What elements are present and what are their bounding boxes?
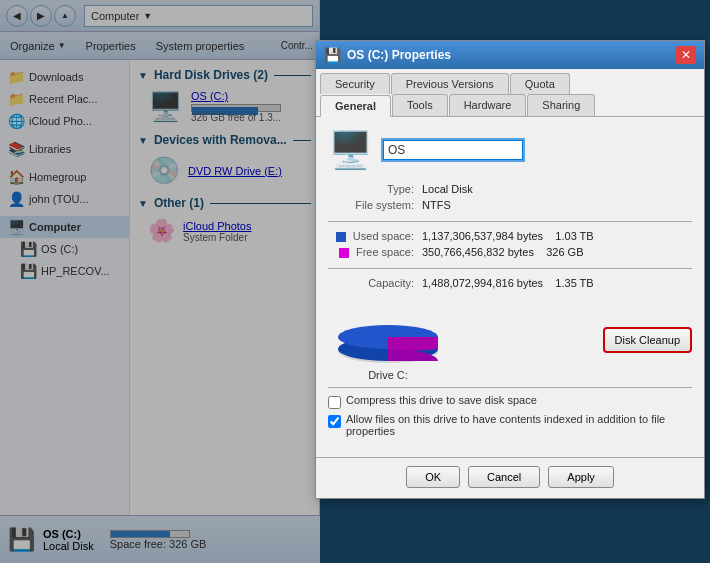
divider-2 <box>328 268 692 269</box>
free-label: Free space: <box>328 244 418 260</box>
divider-1 <box>328 221 692 222</box>
tab-sharing[interactable]: Sharing <box>527 94 595 116</box>
fs-value: NTFS <box>418 197 692 213</box>
pie-area: Drive C: <box>328 299 448 381</box>
tab-general[interactable]: General <box>320 95 391 117</box>
capacity-label: Capacity: <box>328 275 418 291</box>
type-label: Type: <box>328 181 418 197</box>
capacity-bytes: 1,488,072,994,816 bytes 1.35 TB <box>418 275 692 291</box>
dialog-title-area: 💾 OS (C:) Properties <box>324 47 451 63</box>
type-row: Type: Local Disk <box>328 181 692 197</box>
tab-security[interactable]: Security <box>320 73 390 94</box>
dialog-drive-icon: 🖥️ <box>328 129 373 171</box>
compress-checkbox[interactable] <box>328 396 341 409</box>
dialog-body: 🖥️ Type: Local Disk File system: NTFS Us… <box>316 117 704 453</box>
tab-tools[interactable]: Tools <box>392 94 448 116</box>
apply-button[interactable]: Apply <box>548 466 614 488</box>
compress-label: Compress this drive to save disk space <box>346 394 537 406</box>
used-dot <box>336 232 346 242</box>
dialog-title-icon: 💾 <box>324 47 341 63</box>
space-table: Used space: 1,137,306,537,984 bytes 1.03… <box>328 228 692 260</box>
divider-3 <box>328 387 692 388</box>
cancel-button[interactable]: Cancel <box>468 466 540 488</box>
disk-cleanup-button[interactable]: Disk Cleanup <box>603 327 692 353</box>
type-value: Local Disk <box>418 181 692 197</box>
dialog-titlebar: 💾 OS (C:) Properties ✕ <box>316 41 704 69</box>
capacity-row: Capacity: 1,488,072,994,816 bytes 1.35 T… <box>328 275 692 291</box>
drive-name-input[interactable] <box>383 140 523 160</box>
tab-row-1: Security Previous Versions Quota <box>316 69 704 94</box>
capacity-table: Capacity: 1,488,072,994,816 bytes 1.35 T… <box>328 275 692 291</box>
drive-header-row: 🖥️ <box>328 129 692 171</box>
properties-dialog: 💾 OS (C:) Properties ✕ Security Previous… <box>315 40 705 499</box>
dialog-footer: OK Cancel Apply <box>316 457 704 498</box>
dialog-close-button[interactable]: ✕ <box>676 46 696 64</box>
pie-chart <box>328 299 448 364</box>
used-label: Used space: <box>328 228 418 244</box>
dialog-tabs: Security Previous Versions Quota General… <box>316 69 704 117</box>
free-row: Free space: 350,766,456,832 bytes 326 GB <box>328 244 692 260</box>
used-bytes: 1,137,306,537,984 bytes 1.03 TB <box>418 228 692 244</box>
compress-row: Compress this drive to save disk space <box>328 394 692 409</box>
tab-row-2: General Tools Hardware Sharing <box>316 94 704 116</box>
tab-hardware[interactable]: Hardware <box>449 94 527 116</box>
pie-label: Drive C: <box>328 369 448 381</box>
dialog-title: OS (C:) Properties <box>347 48 451 62</box>
index-label: Allow files on this drive to have conten… <box>346 413 692 437</box>
fs-row: File system: NTFS <box>328 197 692 213</box>
pie-section: Drive C: Disk Cleanup <box>328 299 692 381</box>
used-row: Used space: 1,137,306,537,984 bytes 1.03… <box>328 228 692 244</box>
tab-previous-versions[interactable]: Previous Versions <box>391 73 509 94</box>
tab-quota[interactable]: Quota <box>510 73 570 94</box>
info-table: Type: Local Disk File system: NTFS <box>328 181 692 213</box>
index-row: Allow files on this drive to have conten… <box>328 413 692 437</box>
ok-button[interactable]: OK <box>406 466 460 488</box>
free-dot <box>339 248 349 258</box>
index-checkbox[interactable] <box>328 415 341 428</box>
fs-label: File system: <box>328 197 418 213</box>
free-bytes: 350,766,456,832 bytes 326 GB <box>418 244 692 260</box>
